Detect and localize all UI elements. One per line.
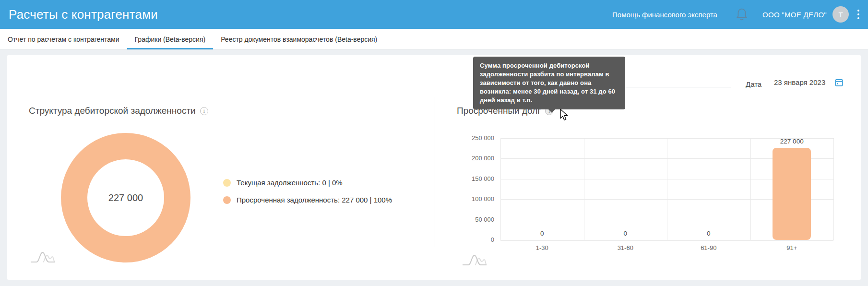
panel-divider: [435, 97, 435, 247]
y-axis-label: 0: [456, 236, 494, 243]
gridline-x: [584, 138, 584, 240]
app-header: Расчеты с контрагентами Помощь финансово…: [0, 0, 868, 29]
x-axis-label: 91+: [758, 244, 825, 251]
bar-91+[interactable]: [773, 148, 811, 240]
bar-value-label: 227 000: [758, 138, 825, 145]
kebab-menu-icon[interactable]: [856, 8, 860, 21]
legend-label-current: Текущая задолженность: 0 | 0%: [237, 179, 343, 187]
legend-item-overdue[interactable]: Просроченная задолженность: 227 000 | 10…: [223, 196, 392, 204]
gridline-x: [667, 138, 667, 240]
tab-report[interactable]: Отчет по расчетам с контрагентами: [0, 29, 127, 49]
debt-structure-title-text: Структура дебиторской задолженности: [29, 106, 196, 116]
charts-card: Дата 23 января 2023 Сумма просроченной д…: [7, 55, 861, 280]
x-axis-label: 1-30: [509, 244, 576, 251]
gridline-x: [833, 138, 834, 240]
app-root: Расчеты с контрагентами Помощь финансово…: [0, 0, 868, 286]
company-name: ООО "МОЕ ДЕЛО": [762, 11, 827, 19]
bar-value-label: 0: [509, 230, 576, 237]
bar-value-label: 0: [592, 230, 659, 237]
date-label: Дата: [746, 80, 761, 88]
date-input[interactable]: 23 января 2023: [774, 78, 843, 89]
legend-item-current[interactable]: Текущая задолженность: 0 | 0%: [223, 179, 392, 187]
donut-legend: Текущая задолженность: 0 | 0% Просроченн…: [223, 179, 392, 204]
header-actions: Помощь финансового эксперта ООО "МОЕ ДЕЛ…: [612, 0, 860, 29]
tab-charts[interactable]: Графики (Beta-версия): [127, 29, 214, 49]
y-axis-label: 100 000: [456, 195, 494, 203]
x-axis-label: 61-90: [675, 244, 742, 251]
debt-structure-title: Структура дебиторской задолженности i: [29, 106, 208, 116]
legend-dot-current: [223, 179, 231, 187]
donut-chart-overdue-slice[interactable]: [61, 133, 190, 262]
legend-label-overdue: Просроченная задолженность: 227 000 | 10…: [237, 196, 392, 204]
tab-bar: Отчет по расчетам с контрагентами График…: [0, 29, 868, 50]
date-value: 23 января 2023: [774, 78, 825, 86]
tab-registry[interactable]: Реестр документов взаиморасчетов (Beta-в…: [213, 29, 385, 49]
legend-dot-overdue: [223, 196, 231, 204]
gridline-x: [500, 138, 501, 240]
y-axis-label: 50 000: [456, 216, 494, 223]
notifications-bell-icon[interactable]: [736, 8, 748, 21]
user-avatar[interactable]: T: [832, 6, 849, 23]
calendar-icon[interactable]: [835, 79, 843, 86]
gridline-x: [750, 138, 751, 240]
y-axis-label: 200 000: [456, 155, 494, 162]
info-tooltip: Сумма просроченной дебиторской задолженн…: [473, 57, 625, 109]
amcharts-logo-icon[interactable]: [462, 252, 487, 269]
x-axis-label: 31-60: [592, 244, 659, 251]
y-axis-label: 250 000: [456, 134, 494, 142]
debt-structure-info-icon[interactable]: i: [200, 107, 208, 115]
gridline-y-0: [500, 240, 833, 240]
bar-value-label: 0: [675, 230, 742, 237]
mouse-cursor: [559, 108, 570, 124]
amcharts-logo-icon[interactable]: [30, 250, 55, 266]
financial-expert-help-link[interactable]: Помощь финансового эксперта: [612, 11, 717, 19]
page-title: Расчеты с контрагентами: [9, 7, 158, 22]
y-axis-label: 150 000: [456, 175, 494, 182]
